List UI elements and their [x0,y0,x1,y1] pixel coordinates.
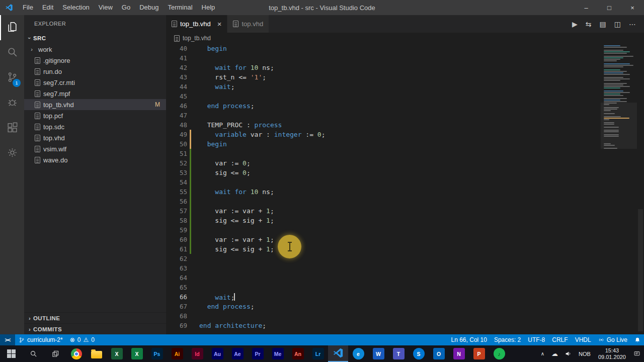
language-mode-status[interactable]: VHDL [572,334,595,345]
taskbar-premiere[interactable]: Pr [248,345,268,362]
code-line[interactable]: 50 begin [166,139,644,149]
menu-edit[interactable]: Edit [38,0,58,15]
tree-item-top-tb-vhd[interactable]: top_tb.vhdM [24,99,166,110]
menu-go[interactable]: Go [117,0,135,15]
code-line[interactable]: 55 wait for 10 ns; [166,187,644,197]
minimap[interactable] [603,45,637,149]
encoding-status[interactable]: UTF-8 [524,334,548,345]
taskbar-edge[interactable]: e [348,345,368,362]
taskbar-lightroom[interactable]: Lr [308,345,328,362]
commits-panel-header[interactable]: › COMMITS [24,323,166,334]
tree-item-seg7-cr-mti[interactable]: seg7.cr.mti [24,77,166,88]
tree-item-wave-do[interactable]: wave.do [24,154,166,165]
code-line[interactable]: 52 var := 0; [166,158,644,168]
activity-source-control[interactable]: 1 [0,65,24,90]
taskbar-file-explorer[interactable] [87,345,107,362]
code-line[interactable]: 64 [166,273,644,283]
taskbar-teams[interactable]: T [388,345,409,362]
menu-help[interactable]: Help [197,0,220,15]
taskbar-skype[interactable]: S [409,345,429,362]
go-live-button[interactable]: Go Live [595,334,631,345]
open-preview-icon[interactable]: ▤ [600,20,606,28]
run-file-icon[interactable]: ▶ [572,20,578,28]
code-line[interactable]: 44 wait; [166,82,644,92]
code-line[interactable]: 56 [166,197,644,206]
code-line[interactable]: 69end architecture; [166,321,644,330]
minimize-button[interactable]: – [575,0,598,15]
taskbar-word[interactable]: W [368,345,388,362]
code-line[interactable]: 42 wait for 10 ns; [166,63,644,72]
code-line[interactable]: 47 [166,111,644,120]
maximize-button[interactable]: □ [598,0,621,15]
taskbar-chrome[interactable] [66,345,87,362]
clock[interactable]: 15:43 09.01.2020 [594,347,630,360]
code-line[interactable]: 43 rst_n <= '1'; [166,72,644,82]
taskbar-after-effects[interactable]: Ae [227,345,248,362]
split-editor-icon[interactable]: ◫ [614,20,621,28]
remote-indicator[interactable]: >< [0,334,15,345]
taskbar-onenote[interactable]: N [449,345,469,362]
problems-status[interactable]: ⊗ 0 ⚠ 0 [66,334,98,345]
tree-item-seg7-mpf[interactable]: seg7.mpf [24,88,166,99]
volume-icon[interactable] [561,345,575,362]
tree-item-gitignore[interactable]: .gitignore [24,55,166,66]
tree-item-top-sdc[interactable]: top.sdc [24,121,166,132]
activity-debug[interactable] [0,90,24,116]
code-line[interactable]: 40 begin [166,44,644,53]
eol-status[interactable]: CRLF [548,334,571,345]
code-line[interactable]: 59 [166,225,644,235]
taskbar-powerpoint[interactable]: P [469,345,489,362]
task-view-button[interactable] [44,345,66,362]
taskbar-search-button[interactable] [22,345,44,362]
code-line[interactable]: 49 variable var : integer := 0; [166,130,644,139]
action-center-icon[interactable] [630,345,644,362]
scrollbar-thumb[interactable] [638,209,643,331]
menu-file[interactable]: File [18,0,38,15]
code-line[interactable]: 63 [166,263,644,273]
close-icon[interactable]: × [217,20,222,28]
activity-explorer[interactable] [0,15,24,40]
taskbar-excel-2[interactable]: X [127,345,147,362]
tree-item-work[interactable]: ›work [24,44,166,55]
tab-top-vhd[interactable]: top.vhd [227,15,269,33]
onedrive-cloud-icon[interactable]: ☁ [548,345,561,362]
code-line[interactable]: 57 var := var + 1; [166,206,644,216]
taskbar-vscode[interactable] [328,345,348,362]
code-line[interactable]: 51 [166,149,644,158]
code-line[interactable]: 46 end process; [166,101,644,111]
code-line[interactable]: 61 sig <= sig + 1; [166,244,644,254]
taskbar-animate[interactable]: An [288,345,308,362]
code-line[interactable]: 53 sig <= 0; [166,168,644,177]
code-line[interactable]: 41 [166,53,644,63]
taskbar-outlook[interactable]: O [429,345,449,362]
tree-item-top-pcf[interactable]: top.pcf [24,110,166,121]
menu-view[interactable]: View [94,0,117,15]
editor-pane[interactable]: 40 begin4142 wait for 10 ns;43 rst_n <= … [166,44,644,334]
taskbar-audition[interactable]: Au [207,345,227,362]
taskbar-indesign[interactable]: Id [187,345,207,362]
code-line[interactable]: 66 wait; [166,292,644,302]
code-line[interactable]: 58 sig <= sig + 1; [166,216,644,225]
activity-settings[interactable] [0,141,24,166]
outline-panel-header[interactable]: › OUTLINE [24,312,166,323]
start-button[interactable] [0,345,22,362]
code-line[interactable]: 54 [166,177,644,187]
code-line[interactable]: 60 var := var + 1; [166,235,644,244]
code-line[interactable]: 62 [166,254,644,263]
code-line[interactable]: 68 [166,311,644,321]
activity-search[interactable] [0,40,24,65]
taskbar-spotify[interactable]: ♪ [489,345,509,362]
menu-terminal[interactable]: Terminal [163,0,197,15]
tray-chevron-up-icon[interactable]: ∧ [537,345,548,362]
indentation-status[interactable]: Spaces: 2 [491,334,524,345]
code-line[interactable]: 67 end process; [166,302,644,311]
taskbar-media-encoder[interactable]: Me [268,345,288,362]
code-line[interactable]: 48 TEMP_PROC : process [166,120,644,130]
tree-root-src[interactable]: › SRC [24,33,166,44]
notifications-bell[interactable] [631,334,644,345]
taskbar-excel[interactable]: X [107,345,127,362]
code-line[interactable]: 45 [166,92,644,101]
language-indicator[interactable]: NOB [575,345,594,362]
taskbar-illustrator[interactable]: Ai [167,345,187,362]
cursor-position-status[interactable]: Ln 66, Col 10 [448,334,491,345]
